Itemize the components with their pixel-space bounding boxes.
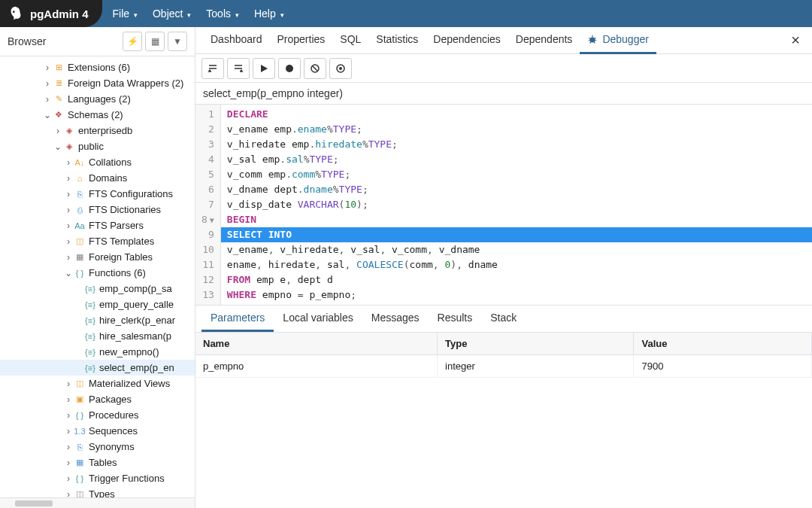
tree-item[interactable]: {≡}new_empno() xyxy=(0,344,195,360)
tree-toggle-icon[interactable]: › xyxy=(63,394,74,405)
tree-item[interactable]: ⌄◈public xyxy=(0,138,195,154)
tab-dashboard[interactable]: Dashboard xyxy=(203,27,270,54)
code-body[interactable]: DECLAREv_ename emp.ename%TYPE;v_hiredate… xyxy=(221,105,812,305)
tree-item[interactable]: ⌄❖Schemas (2) xyxy=(0,107,195,123)
tree-toggle-icon[interactable]: › xyxy=(53,126,63,136)
bottom-tab-stack[interactable]: Stack xyxy=(481,306,526,332)
bottom-tab-messages[interactable]: Messages xyxy=(362,306,429,332)
code-line[interactable]: v_sal emp.sal%TYPE; xyxy=(221,152,812,167)
code-line[interactable]: v_ename emp.ename%TYPE; xyxy=(221,122,812,137)
tree-toggle-icon[interactable]: › xyxy=(63,252,74,263)
tree-toggle-icon[interactable]: › xyxy=(63,157,74,168)
line-number[interactable]: 10 xyxy=(201,242,214,257)
tab-statistics[interactable]: Statistics xyxy=(368,27,426,54)
tree-item[interactable]: ›⊞Extensions (6) xyxy=(0,59,195,75)
menu-object[interactable]: Object ▾ xyxy=(153,8,191,20)
clear-breakpoints-button[interactable] xyxy=(304,58,326,79)
line-number[interactable]: 12 xyxy=(201,272,214,287)
code-line[interactable]: FROM emp e, dept d xyxy=(221,272,812,287)
view-data-icon[interactable]: ▦ xyxy=(145,32,165,51)
tree-item[interactable]: ›{ }Procedures xyxy=(0,407,195,423)
bottom-tab-parameters[interactable]: Parameters xyxy=(201,306,274,332)
tree-toggle-icon[interactable]: › xyxy=(63,426,74,437)
tree-item[interactable]: ›▣Packages xyxy=(0,391,195,407)
tree-toggle-icon[interactable]: › xyxy=(63,189,74,199)
code-line[interactable]: v_dname dept.dname%TYPE; xyxy=(221,182,812,197)
tree-item[interactable]: ›◫Materialized Views xyxy=(0,376,195,391)
tree-item[interactable]: ›◈enterprisedb xyxy=(0,123,195,138)
tab-debugger[interactable]: Debugger xyxy=(580,27,656,54)
tree-item[interactable]: ›▦Foreign Tables xyxy=(0,249,195,265)
tree-toggle-icon[interactable]: › xyxy=(63,221,74,231)
tree-item[interactable]: {≡}emp_comp(p_sa xyxy=(0,281,195,297)
continue-button[interactable] xyxy=(253,58,275,79)
tree-item[interactable]: ›≣Foreign Data Wrappers (2) xyxy=(0,75,195,91)
tree-toggle-icon[interactable]: ⌄ xyxy=(63,268,74,278)
line-number[interactable]: 11 xyxy=(201,257,214,272)
menu-file[interactable]: File ▾ xyxy=(113,8,138,20)
tree-item[interactable]: {≡}emp_query_calle xyxy=(0,297,195,312)
tab-sql[interactable]: SQL xyxy=(332,27,368,54)
tab-dependencies[interactable]: Dependencies xyxy=(426,27,508,54)
line-number[interactable]: 5 xyxy=(201,167,214,182)
tree-toggle-icon[interactable]: › xyxy=(42,62,53,73)
tree-item[interactable]: ›◫FTS Templates xyxy=(0,233,195,249)
filter-icon[interactable]: ▼ xyxy=(168,32,187,51)
tree-toggle-icon[interactable]: ⌄ xyxy=(53,141,63,152)
code-line[interactable]: DECLARE xyxy=(221,107,812,122)
bottom-tab-local-variables[interactable]: Local variables xyxy=(274,306,362,332)
col-header[interactable]: Value xyxy=(634,333,812,355)
code-line[interactable]: WHERE empno = p_empno; xyxy=(221,287,812,303)
line-number[interactable]: 3 xyxy=(201,137,214,152)
code-line[interactable]: v_comm emp.comm%TYPE; xyxy=(221,167,812,182)
col-header[interactable]: Name xyxy=(195,333,438,355)
code-line[interactable]: SELECT INTO xyxy=(221,227,812,242)
tree-toggle-icon[interactable]: › xyxy=(63,458,74,468)
tree-item[interactable]: ›⎘FTS Configurations xyxy=(0,186,195,202)
line-number[interactable]: 4 xyxy=(201,152,214,167)
line-number[interactable]: 1 xyxy=(201,107,214,122)
col-header[interactable]: Type xyxy=(438,333,634,355)
menu-help[interactable]: Help ▾ xyxy=(254,8,284,20)
tree-item[interactable]: ›⎙FTS Dictionaries xyxy=(0,202,195,217)
tree-item[interactable]: ›◫Types xyxy=(0,486,195,497)
tree-item[interactable]: ›AaFTS Parsers xyxy=(0,217,195,233)
tree-item[interactable]: ⌄{ }Functions (6) xyxy=(0,265,195,281)
tree-scrollbar[interactable] xyxy=(0,497,195,508)
line-number[interactable]: 7 xyxy=(201,197,214,212)
code-line[interactable]: v_hiredate emp.hiredate%TYPE; xyxy=(221,137,812,152)
tree-toggle-icon[interactable]: › xyxy=(63,236,74,247)
code-line[interactable]: v_disp_date VARCHAR(10); xyxy=(221,197,812,212)
tree-toggle-icon[interactable]: › xyxy=(63,379,74,389)
tree-item[interactable]: ›{ }Trigger Functions xyxy=(0,470,195,486)
tree-toggle-icon[interactable]: ⌄ xyxy=(42,110,53,120)
tree-toggle-icon[interactable]: › xyxy=(42,94,53,105)
line-number[interactable]: 6 xyxy=(201,182,214,197)
close-icon[interactable]: × xyxy=(786,32,804,49)
tree-toggle-icon[interactable]: › xyxy=(63,173,74,184)
tree-item[interactable]: ›1.3Sequences xyxy=(0,423,195,439)
query-tool-icon[interactable]: ⚡ xyxy=(123,32,142,51)
line-number[interactable]: 9 xyxy=(201,227,214,242)
tree-item[interactable]: ›⌂Domains xyxy=(0,170,195,186)
step-into-button[interactable] xyxy=(201,58,224,79)
code-editor[interactable]: 12345678▼910111213 DECLAREv_ename emp.en… xyxy=(195,105,812,306)
tree-toggle-icon[interactable]: › xyxy=(63,442,74,452)
tree-item[interactable]: ›✎Languages (2) xyxy=(0,91,195,107)
tree-toggle-icon[interactable]: › xyxy=(63,489,74,498)
tab-dependents[interactable]: Dependents xyxy=(508,27,580,54)
tree-toggle-icon[interactable]: › xyxy=(63,205,74,215)
line-number[interactable]: 13 xyxy=(201,287,214,303)
bottom-tab-results[interactable]: Results xyxy=(429,306,482,332)
tab-properties[interactable]: Properties xyxy=(270,27,333,54)
param-row[interactable]: p_empnointeger7900 xyxy=(195,355,812,378)
tree-toggle-icon[interactable]: › xyxy=(42,78,53,89)
tree-toggle-icon[interactable]: › xyxy=(63,410,74,421)
stop-button[interactable] xyxy=(329,58,352,79)
toggle-breakpoint-button[interactable] xyxy=(278,58,301,79)
object-tree[interactable]: ›⊞Extensions (6)›≣Foreign Data Wrappers … xyxy=(0,56,195,497)
code-line[interactable]: ename, hiredate, sal, COALESCE(comm, 0),… xyxy=(221,257,812,272)
step-over-button[interactable] xyxy=(227,58,250,79)
code-line[interactable]: BEGIN xyxy=(221,212,812,227)
menu-tools[interactable]: Tools ▾ xyxy=(206,8,239,20)
